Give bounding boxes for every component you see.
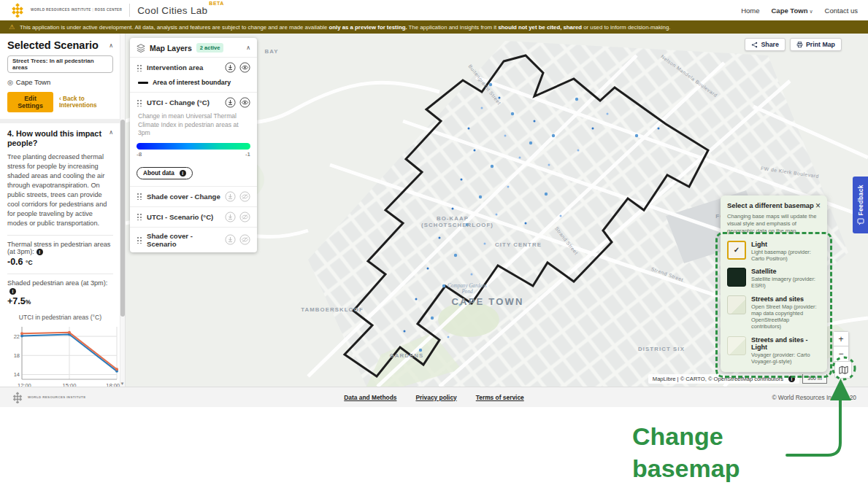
footer-wri-logo: WORLD RESOURCES INSTITUTE <box>12 392 86 403</box>
chevron-down-icon: ∨ <box>809 9 813 14</box>
thermal-stress-stat: Thermal stress in pedestrian areas (at 3… <box>7 235 113 267</box>
feedback-button[interactable]: Feedback <box>853 177 868 233</box>
basemap-panel-title: Select a different basemap <box>727 201 814 209</box>
about-data-button[interactable]: About datai <box>137 167 193 179</box>
printer-icon <box>796 42 803 48</box>
toggle-visibility-button-off[interactable] <box>239 191 250 202</box>
layer-row-utci-scenario: UTCI - Scenario (°C) <box>130 206 257 227</box>
back-to-interventions-link[interactable]: ‹ Back to Interventions <box>59 96 113 109</box>
basemap-panel-description: Changing base maps will update the visua… <box>727 213 821 235</box>
scrollbar-thumb[interactable] <box>120 120 125 317</box>
layer-row-intervention: Intervention area <box>130 57 257 77</box>
basemap-thumbnail-satellite <box>727 268 746 287</box>
warning-banner: ⚠ This application is under active devel… <box>0 20 868 34</box>
svg-text:14: 14 <box>14 371 20 378</box>
info-icon[interactable]: i <box>9 288 16 295</box>
nav-home[interactable]: Home <box>741 7 759 15</box>
zoom-out-button[interactable]: − <box>833 346 849 362</box>
divider <box>129 4 130 17</box>
utci-change-gradient-legend <box>137 143 250 150</box>
page-title: Cool Cities LabBETA <box>137 4 224 17</box>
warning-icon: ⚠ <box>9 23 15 31</box>
info-icon[interactable]: i <box>788 376 795 382</box>
share-button[interactable]: Share <box>745 38 785 51</box>
download-layer-button[interactable] <box>225 62 236 73</box>
header-nav: Home Cape Town∨ Contact us <box>741 7 858 15</box>
svg-text:22: 22 <box>14 333 20 339</box>
basemap-option-streets[interactable]: Streets and sites Open Street Map (provi… <box>727 295 821 330</box>
collapse-scenario-chevron[interactable]: ∧ <box>109 42 113 49</box>
drag-handle-icon[interactable] <box>137 236 142 244</box>
divider <box>0 119 125 123</box>
scenario-sidebar: Selected Scenario ∧ Street Trees: In all… <box>0 34 126 387</box>
svg-text:18: 18 <box>14 352 20 358</box>
sidebar-scrollbar[interactable]: ▼ <box>120 34 125 387</box>
edit-settings-button[interactable]: Edit Settings <box>7 92 53 112</box>
basemap-option-satellite[interactable]: Satellite Satellite imagery (provider: E… <box>727 268 821 290</box>
copyright-icon: © <box>772 394 776 401</box>
drag-handle-icon[interactable] <box>137 99 142 106</box>
basemap-option-light[interactable]: ✓ Light Light basemap (provider: Carto P… <box>727 241 821 263</box>
footer-copyright: © World Resources Institute 20 <box>772 394 856 401</box>
basemap-thumbnail-light: ✓ <box>727 241 746 260</box>
checkmark-icon: ✓ <box>734 246 740 254</box>
collapse-impact-chevron[interactable]: ∧ <box>109 129 113 136</box>
utci-line-chart: 14182212:0015:0018:00 <box>7 322 123 387</box>
basemap-option-streets-light[interactable]: Streets and sites - Light Voyager (provi… <box>727 336 821 365</box>
boundary-line-swatch <box>138 82 148 84</box>
utci-change-description: Change in mean Universal Thermal Climate… <box>130 112 257 141</box>
scrollbar-down-arrow[interactable]: ▼ <box>120 381 125 386</box>
warning-text: This application is under active develop… <box>20 24 670 31</box>
toggle-visibility-button[interactable] <box>239 97 250 108</box>
close-icon[interactable]: × <box>815 201 821 210</box>
layers-panel-title: Map Layers <box>150 44 192 53</box>
nav-contact[interactable]: Contact us <box>825 7 858 15</box>
drag-handle-icon[interactable] <box>137 213 142 220</box>
info-icon: i <box>180 170 186 177</box>
download-layer-button[interactable] <box>225 97 236 108</box>
download-layer-button[interactable] <box>225 212 236 222</box>
footer-link-privacy[interactable]: Privacy policy <box>415 394 456 401</box>
boundary-legend-item: Area of interest boundary <box>130 77 257 92</box>
city-label: Cape Town <box>16 78 50 86</box>
toggle-visibility-button-off[interactable] <box>239 212 250 222</box>
layers-icon <box>137 44 145 53</box>
collapse-layers-chevron[interactable]: ∧ <box>246 44 250 51</box>
svg-text:18:00: 18:00 <box>106 382 120 387</box>
annotation-change-basemap-label: Change basemap <box>632 420 764 484</box>
wri-logo-icon-gray <box>12 392 23 403</box>
layer-row-utci-change: UTCI - Change (°C) <box>130 92 257 112</box>
impact-section-body: Tree planting decreased thermal stress f… <box>7 152 113 229</box>
basemap-thumbnail-streets <box>727 295 746 314</box>
toggle-visibility-button-off[interactable] <box>239 234 250 245</box>
nav-city-dropdown[interactable]: Cape Town∨ <box>771 7 813 15</box>
svg-text:15:00: 15:00 <box>63 382 77 387</box>
page-footer: WORLD RESOURCES INSTITUTE Data and Metho… <box>0 387 868 407</box>
toggle-visibility-button[interactable] <box>239 62 250 73</box>
gradient-range-labels: -8 -1 <box>130 151 257 162</box>
basemap-toggle-button[interactable] <box>834 361 852 379</box>
download-layer-button[interactable] <box>225 234 236 245</box>
footer-link-data-methods[interactable]: Data and Methods <box>344 394 396 401</box>
shaded-area-stat: Shaded pedestrian area (at 3pm):i +7.5% <box>7 274 113 306</box>
app-header: WORLD RESOURCES INSTITUTE | ROSS CENTER … <box>0 0 868 20</box>
utci-chart-title: UTCI in pedestrian areas (°C) <box>7 314 113 321</box>
footer-link-terms[interactable]: Terms of service <box>476 394 524 401</box>
print-map-button[interactable]: Print Map <box>790 38 842 51</box>
impact-section-title: 4. How would this impact people? <box>7 129 109 148</box>
basemap-panel: Select a different basemap × Changing ba… <box>721 195 827 372</box>
drag-handle-icon[interactable] <box>137 193 142 200</box>
download-layer-button[interactable] <box>225 191 236 202</box>
sidebar-title: Selected Scenario <box>7 39 99 51</box>
utci-chart: UTCI in pedestrian areas (°C) 14182212:0… <box>7 314 113 387</box>
zoom-in-button[interactable]: + <box>833 331 849 346</box>
wri-logo: WORLD RESOURCES INSTITUTE | ROSS CENTER <box>10 3 122 18</box>
active-layers-badge: 2 active <box>196 43 224 53</box>
info-icon[interactable]: i <box>37 249 43 255</box>
layer-row-shade-scenario: Shade cover - Scenario <box>130 227 257 252</box>
brand-text: WORLD RESOURCES INSTITUTE | ROSS CENTER <box>31 8 122 12</box>
basemap-thumbnail-streets-light <box>727 336 746 355</box>
drag-handle-icon[interactable] <box>137 64 142 71</box>
chat-icon <box>857 218 864 225</box>
map-viewport[interactable]: BAY BO-KAAP (SCHOTSCHERLOOF) CITY CENTRE… <box>126 34 868 387</box>
